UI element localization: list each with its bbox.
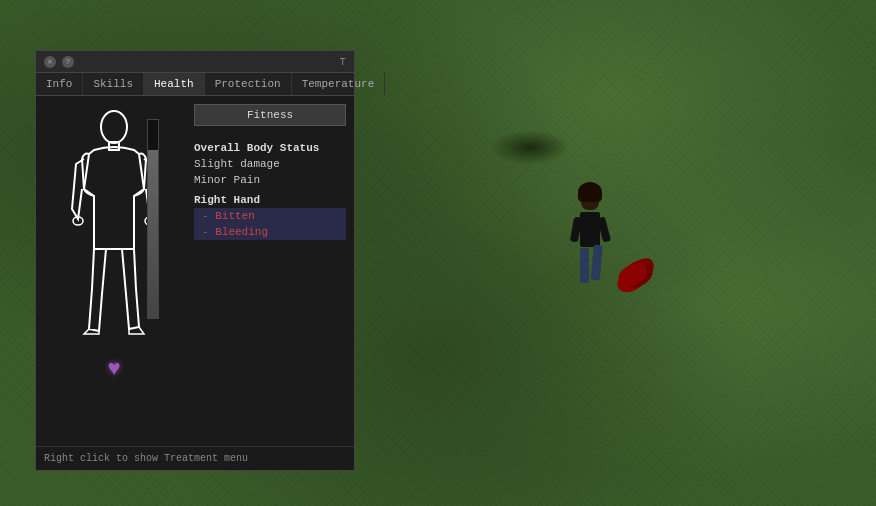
status-list: Overall Body Status Slight damage Minor … — [194, 136, 346, 240]
char-leg-right — [590, 245, 602, 281]
status-bleeding: - Bleeding — [194, 224, 346, 240]
char-arm-right — [597, 216, 611, 242]
body-silhouette — [64, 109, 164, 349]
close-icon[interactable]: ✕ — [44, 56, 56, 68]
panel-titlebar: ✕ ? ⊤ — [36, 51, 354, 73]
char-body — [580, 212, 600, 247]
bush-shadow — [490, 130, 570, 165]
char-leg-left — [580, 248, 589, 283]
health-panel: ✕ ? ⊤ Info Skills Health Protection Temp… — [35, 50, 355, 471]
tab-health[interactable]: Health — [144, 73, 205, 95]
panel-footer: Right click to show Treatment menu — [36, 446, 354, 470]
tab-temperature[interactable]: Temperature — [292, 73, 386, 95]
status-section: Fitness Overall Body Status Slight damag… — [194, 104, 346, 438]
help-icon[interactable]: ? — [62, 56, 74, 68]
character-sprite — [565, 190, 615, 310]
svg-point-0 — [101, 111, 127, 143]
char-arm-left — [570, 216, 582, 242]
fitness-button[interactable]: Fitness — [194, 104, 346, 126]
tab-protection[interactable]: Protection — [205, 73, 292, 95]
titlebar-icons: ✕ ? — [44, 56, 74, 68]
pin-icon[interactable]: ⊤ — [339, 55, 346, 68]
footer-hint-text: Right click to show Treatment menu — [44, 453, 248, 464]
tab-info[interactable]: Info — [36, 73, 83, 95]
panel-tabs: Info Skills Health Protection Temperatur… — [36, 73, 354, 96]
tab-skills[interactable]: Skills — [83, 73, 144, 95]
heart-icon: ♥ — [107, 357, 120, 382]
char-hair — [578, 182, 602, 202]
status-overall-body: Overall Body Status — [194, 140, 346, 156]
health-bar-fill — [148, 150, 158, 318]
body-section: ♥ — [44, 104, 184, 438]
char-head — [581, 190, 599, 210]
char-legs — [565, 248, 615, 283]
status-minor-pain: Minor Pain — [194, 172, 346, 188]
status-bitten: - Bitten — [194, 208, 346, 224]
status-slight-damage: Slight damage — [194, 156, 346, 172]
health-bar-container — [147, 119, 159, 319]
panel-content: ♥ Fitness Overall Body Status Slight dam… — [36, 96, 354, 446]
status-right-hand: Right Hand — [194, 192, 346, 208]
